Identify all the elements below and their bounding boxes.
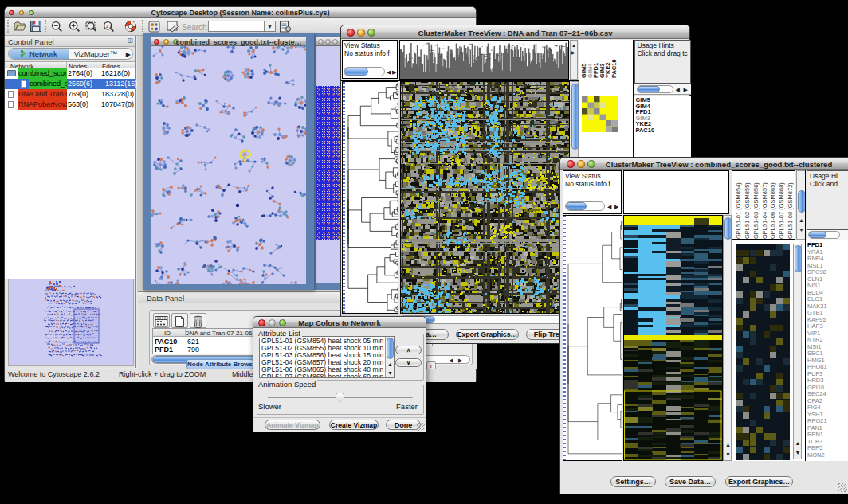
svg-text:GPL51-08 (GSM872): GPL51-08 (GSM872) bbox=[787, 182, 794, 239]
svg-text:GPL51-03 (GSM856): GPL51-03 (GSM856) bbox=[752, 182, 760, 239]
svg-text:GPL51-07 (GSM868): GPL51-07 (GSM868) bbox=[778, 182, 785, 239]
svg-text:GPL51-02 (GSM855): GPL51-02 (GSM855) bbox=[744, 182, 751, 239]
svg-text:GPL51-04 (GSM857): GPL51-04 (GSM857) bbox=[761, 182, 768, 239]
svg-text:GPL51-01 (GSM854): GPL51-01 (GSM854) bbox=[735, 182, 742, 239]
svg-text:PAC10: PAC10 bbox=[610, 59, 618, 78]
svg-text:1:1: 1:1 bbox=[105, 24, 112, 29]
svg-text:GPL51-06 (GSM865): GPL51-06 (GSM865) bbox=[769, 182, 776, 239]
